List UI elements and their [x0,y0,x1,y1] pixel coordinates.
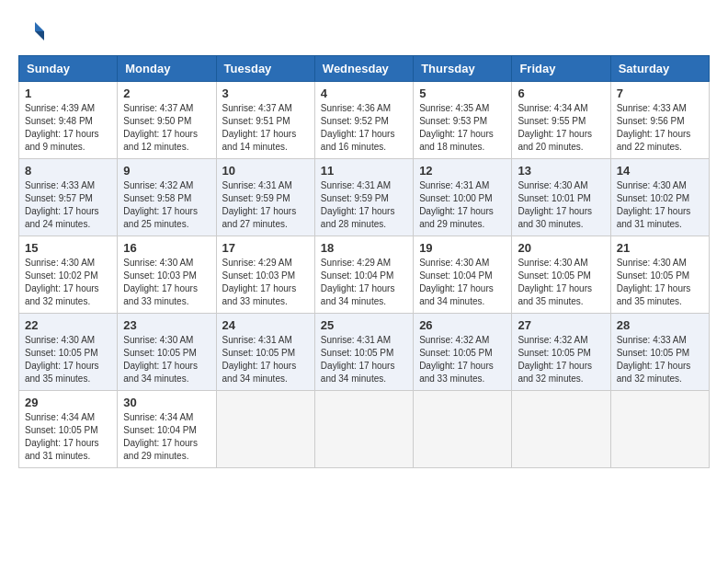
day-cell-9: 9Sunrise: 4:32 AMSunset: 9:58 PMDaylight… [118,159,216,236]
day-number: 28 [617,318,703,332]
weekday-header-wednesday: Wednesday [314,56,413,82]
day-cell-20: 20Sunrise: 4:30 AMSunset: 10:05 PMDaylig… [512,236,610,314]
day-info: Sunrise: 4:30 AMSunset: 10:05 PMDaylight… [123,334,210,385]
day-cell-4: 4Sunrise: 4:36 AMSunset: 9:52 PMDaylight… [314,82,413,159]
day-number: 27 [518,318,604,332]
day-number: 17 [222,241,309,255]
day-number: 9 [123,164,210,178]
day-cell-6: 6Sunrise: 4:34 AMSunset: 9:55 PMDaylight… [512,82,610,159]
day-cell-25: 25Sunrise: 4:31 AMSunset: 10:05 PMDaylig… [314,314,413,391]
day-cell-29: 29Sunrise: 4:34 AMSunset: 10:05 PMDaylig… [19,391,118,468]
day-cell-21: 21Sunrise: 4:30 AMSunset: 10:05 PMDaylig… [610,236,709,314]
day-cell-11: 11Sunrise: 4:31 AMSunset: 9:59 PMDayligh… [314,159,413,236]
day-number: 30 [123,396,210,409]
day-info: Sunrise: 4:34 AMSunset: 9:55 PMDaylight:… [518,102,604,154]
weekday-header-row: SundayMondayTuesdayWednesdayThursdayFrid… [19,56,710,82]
week-row-1: 1Sunrise: 4:39 AMSunset: 9:48 PMDaylight… [19,82,710,159]
day-info: Sunrise: 4:30 AMSunset: 10:03 PMDaylight… [123,257,210,308]
day-info: Sunrise: 4:34 AMSunset: 10:05 PMDaylight… [25,411,111,463]
day-info: Sunrise: 4:31 AMSunset: 10:05 PMDaylight… [321,334,407,385]
day-number: 18 [321,241,407,255]
day-cell-19: 19Sunrise: 4:30 AMSunset: 10:04 PMDaylig… [414,236,512,314]
day-cell-15: 15Sunrise: 4:30 AMSunset: 10:02 PMDaylig… [19,236,118,314]
day-cell-12: 12Sunrise: 4:31 AMSunset: 10:00 PMDaylig… [414,159,512,236]
calendar-table: SundayMondayTuesdayWednesdayThursdayFrid… [18,55,710,468]
day-number: 6 [518,86,604,100]
day-info: Sunrise: 4:35 AMSunset: 9:53 PMDaylight:… [419,102,506,154]
weekday-header-sunday: Sunday [19,56,118,82]
day-cell-17: 17Sunrise: 4:29 AMSunset: 10:03 PMDaylig… [216,236,314,314]
day-number: 22 [25,318,111,332]
weekday-header-saturday: Saturday [610,56,709,82]
day-info: Sunrise: 4:29 AMSunset: 10:03 PMDaylight… [222,257,309,308]
day-number: 7 [617,86,703,100]
day-info: Sunrise: 4:33 AMSunset: 9:56 PMDaylight:… [617,102,703,154]
day-info: Sunrise: 4:30 AMSunset: 10:02 PMDaylight… [25,257,111,308]
day-cell-30: 30Sunrise: 4:34 AMSunset: 10:04 PMDaylig… [118,391,216,468]
day-cell-1: 1Sunrise: 4:39 AMSunset: 9:48 PMDaylight… [19,82,118,159]
day-info: Sunrise: 4:32 AMSunset: 10:05 PMDaylight… [419,334,506,385]
day-info: Sunrise: 4:29 AMSunset: 10:04 PMDaylight… [321,257,407,308]
day-cell-27: 27Sunrise: 4:32 AMSunset: 10:05 PMDaylig… [512,314,610,391]
day-cell-10: 10Sunrise: 4:31 AMSunset: 9:59 PMDayligh… [216,159,314,236]
day-info: Sunrise: 4:37 AMSunset: 9:51 PMDaylight:… [222,102,309,154]
day-number: 10 [222,164,309,178]
day-number: 3 [222,86,309,100]
day-info: Sunrise: 4:33 AMSunset: 9:57 PMDaylight:… [25,179,111,231]
week-row-5: 29Sunrise: 4:34 AMSunset: 10:05 PMDaylig… [19,391,710,468]
day-number: 19 [419,241,506,255]
day-cell-7: 7Sunrise: 4:33 AMSunset: 9:56 PMDaylight… [610,82,709,159]
day-number: 13 [518,164,604,178]
empty-cell [610,391,709,468]
day-number: 12 [419,164,506,178]
week-row-4: 22Sunrise: 4:30 AMSunset: 10:05 PMDaylig… [19,314,710,391]
day-info: Sunrise: 4:30 AMSunset: 10:05 PMDaylight… [518,257,604,308]
day-number: 21 [617,241,703,255]
weekday-header-monday: Monday [118,56,216,82]
week-row-3: 15Sunrise: 4:30 AMSunset: 10:02 PMDaylig… [19,236,710,314]
day-info: Sunrise: 4:36 AMSunset: 9:52 PMDaylight:… [321,102,407,154]
day-cell-14: 14Sunrise: 4:30 AMSunset: 10:02 PMDaylig… [610,159,709,236]
empty-cell [216,391,314,468]
svg-marker-1 [35,31,44,40]
day-cell-16: 16Sunrise: 4:30 AMSunset: 10:03 PMDaylig… [118,236,216,314]
day-cell-24: 24Sunrise: 4:31 AMSunset: 10:05 PMDaylig… [216,314,314,391]
day-number: 25 [321,318,407,332]
day-info: Sunrise: 4:32 AMSunset: 10:05 PMDaylight… [518,334,604,385]
day-info: Sunrise: 4:30 AMSunset: 10:01 PMDaylight… [518,179,604,231]
day-info: Sunrise: 4:31 AMSunset: 9:59 PMDaylight:… [321,179,407,231]
day-info: Sunrise: 4:30 AMSunset: 10:05 PMDaylight… [25,334,111,385]
logo [18,18,50,46]
day-cell-8: 8Sunrise: 4:33 AMSunset: 9:57 PMDaylight… [19,159,118,236]
day-cell-22: 22Sunrise: 4:30 AMSunset: 10:05 PMDaylig… [19,314,118,391]
day-number: 15 [25,241,111,255]
week-row-2: 8Sunrise: 4:33 AMSunset: 9:57 PMDaylight… [19,159,710,236]
day-info: Sunrise: 4:33 AMSunset: 10:05 PMDaylight… [617,334,703,385]
day-number: 24 [222,318,309,332]
day-number: 8 [25,164,111,178]
weekday-header-friday: Friday [512,56,610,82]
day-info: Sunrise: 4:31 AMSunset: 10:00 PMDaylight… [419,179,506,231]
day-info: Sunrise: 4:34 AMSunset: 10:04 PMDaylight… [123,411,210,463]
day-info: Sunrise: 4:31 AMSunset: 9:59 PMDaylight:… [222,179,309,231]
day-cell-28: 28Sunrise: 4:33 AMSunset: 10:05 PMDaylig… [610,314,709,391]
day-cell-13: 13Sunrise: 4:30 AMSunset: 10:01 PMDaylig… [512,159,610,236]
header [18,18,710,46]
day-number: 29 [25,396,111,409]
day-cell-3: 3Sunrise: 4:37 AMSunset: 9:51 PMDaylight… [216,82,314,159]
day-number: 14 [617,164,703,178]
day-cell-26: 26Sunrise: 4:32 AMSunset: 10:05 PMDaylig… [414,314,512,391]
day-number: 4 [321,86,407,100]
day-number: 11 [321,164,407,178]
day-number: 1 [25,86,111,100]
day-info: Sunrise: 4:30 AMSunset: 10:05 PMDaylight… [617,257,703,308]
weekday-header-thursday: Thursday [414,56,512,82]
day-number: 23 [123,318,210,332]
day-number: 5 [419,86,506,100]
day-number: 20 [518,241,604,255]
day-cell-2: 2Sunrise: 4:37 AMSunset: 9:50 PMDaylight… [118,82,216,159]
day-cell-18: 18Sunrise: 4:29 AMSunset: 10:04 PMDaylig… [314,236,413,314]
svg-marker-0 [35,22,44,31]
day-info: Sunrise: 4:32 AMSunset: 9:58 PMDaylight:… [123,179,210,231]
empty-cell [512,391,610,468]
